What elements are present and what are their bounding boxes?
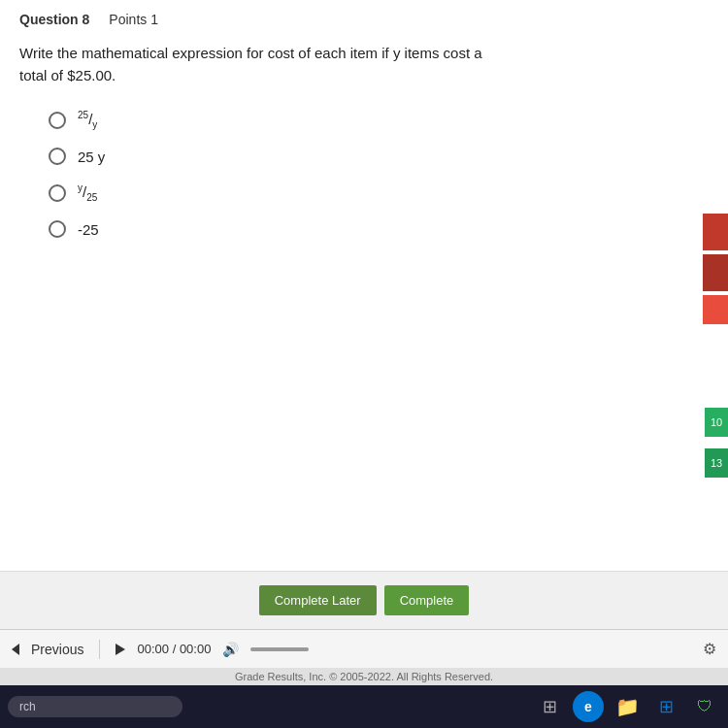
taskbar-folder-icon[interactable]: 📁 (612, 691, 643, 722)
play-button[interactable] (116, 644, 125, 655)
rp-item-1 (703, 214, 728, 250)
previous-chevron-icon (12, 644, 19, 655)
time-display: 00:00 / 00:00 (137, 642, 211, 656)
option-4-row: -25 (49, 220, 709, 238)
taskbar-search[interactable]: rch (8, 696, 182, 717)
divider (99, 640, 100, 659)
option-1-row: 25/y (49, 110, 709, 130)
option-4-label: -25 (78, 221, 99, 238)
right-panel-nums: 10 13 (705, 408, 728, 478)
options-container: 25/y 25 y y/25 -25 (49, 110, 709, 238)
option-3-label: y/25 (78, 182, 97, 203)
option-2-label: 25 y (78, 149, 105, 165)
option-3-radio[interactable] (49, 184, 66, 202)
points-label: Points 1 (109, 12, 158, 27)
right-panel (703, 214, 728, 324)
option-3-row: y/25 (49, 182, 709, 203)
footer-copyright: Grade Results, Inc. © 2005-2022. All Rig… (0, 668, 728, 685)
question-header: Question 8 Points 1 (19, 12, 709, 27)
volume-bar[interactable] (250, 647, 309, 651)
taskbar: rch ⊞ e 📁 ⊞ 🛡 (0, 685, 728, 728)
option-2-row: 25 y (49, 148, 709, 165)
question-title: Question 8 (19, 12, 89, 27)
option-1-radio[interactable] (49, 112, 66, 129)
option-2-radio[interactable] (49, 148, 66, 165)
taskbar-grid-icon[interactable]: ⊞ (650, 691, 681, 722)
taskbar-edge-icon[interactable]: e (573, 691, 604, 722)
complete-button[interactable]: Complete (384, 585, 470, 615)
taskbar-icons: ⊞ e 📁 ⊞ 🛡 (534, 691, 720, 722)
rp-num-10: 10 (705, 408, 728, 437)
taskbar-desktop-icon[interactable]: ⊞ (534, 691, 565, 722)
main-content: Question 8 Points 1 Write the mathematic… (0, 0, 728, 629)
option-4-radio[interactable] (49, 220, 66, 238)
action-bar: Complete Later Complete (0, 571, 728, 629)
rp-item-2 (703, 254, 728, 291)
complete-later-button[interactable]: Complete Later (259, 585, 377, 615)
rp-num-13: 13 (705, 448, 728, 478)
taskbar-shield-icon[interactable]: 🛡 (689, 691, 720, 722)
question-text: Write the mathematical expression for co… (19, 43, 709, 86)
volume-icon: 🔊 (222, 642, 239, 657)
gear-icon[interactable]: ⚙ (703, 640, 716, 658)
rp-item-3 (703, 295, 728, 324)
action-bar-wrapper: Complete Later Complete (0, 571, 728, 629)
option-1-label: 25/y (78, 110, 97, 130)
bottom-toolbar: Previous 00:00 / 00:00 🔊 ⚙ (0, 629, 728, 668)
previous-button[interactable]: Previous (31, 642, 83, 657)
